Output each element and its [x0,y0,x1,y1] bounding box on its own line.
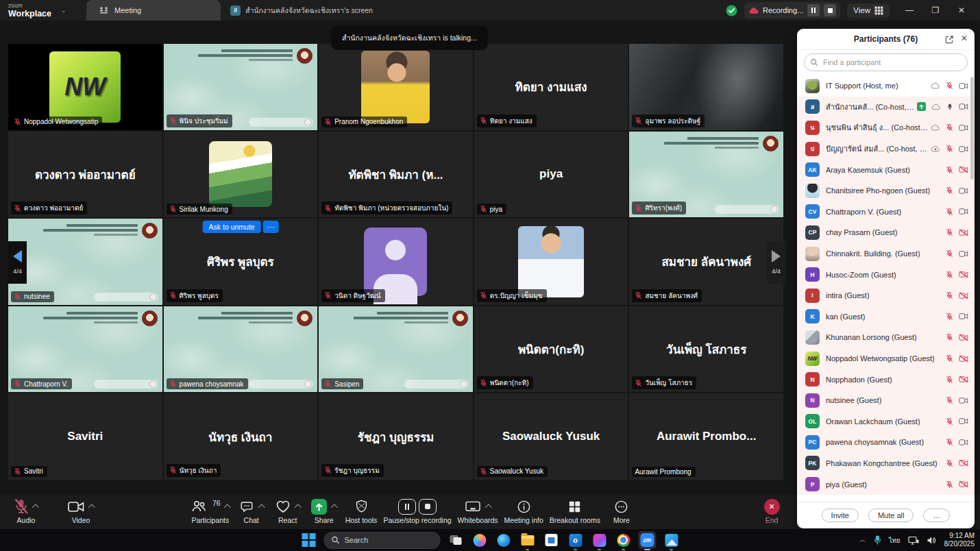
video-tile[interactable]: สมชาย ลัคนาพงศ์สมชาย ลัคนาพงศ์ [629,219,783,305]
participant-row[interactable]: Nnutsinee (Guest) [797,390,975,411]
mute-all-button[interactable]: Mute all [868,509,914,522]
video-tile[interactable]: NWNoppadol Wetwongsatip [8,44,162,130]
volume-icon[interactable] [927,536,937,545]
video-tile[interactable]: ทัตพิชา พิมภา (ห...ทัตพิชา พิมภา (หน่วยต… [319,132,473,218]
chevron-up-icon[interactable] [258,504,265,511]
video-tile[interactable]: ทิตยา งามแสงทิตยา งามแสง [474,44,628,130]
ask-to-unmute-button[interactable]: Ask to unmute [203,221,261,233]
participant-row[interactable]: Iintira (Guest) [797,285,975,306]
participant-row[interactable]: Kkan (Guest) [797,306,975,328]
pause-recording-button[interactable] [807,4,820,16]
search-input[interactable] [822,58,961,67]
meeting-info-button[interactable]: Meeting info [504,498,543,524]
chevron-up-icon[interactable] [295,504,302,511]
video-tile[interactable]: อุมาพร ลอประดิษฐ์ [629,44,783,130]
participant-row[interactable]: Chanitsiree Pho-ngoen (Guest) [797,180,975,201]
video-tile[interactable]: Saowaluck YusukSaowaluck Yusuk [474,393,628,480]
close-panel-icon[interactable]: ✕ [961,34,968,43]
participant-row[interactable]: Khunanan Lorsong (Guest) [797,327,975,348]
taskbar-app-outlook[interactable]: o [567,531,585,549]
video-tile[interactable]: Chattraporn V. [8,306,162,393]
participant-row[interactable]: NWNoppadol Wetwongsatip (Guest) [797,348,975,369]
taskbar-clock[interactable]: 9:12 AM 8/20/2025 [944,532,975,548]
pause-icon[interactable] [398,499,416,515]
video-tile[interactable]: พนิดตา(กะทิ)พนิดตา(กะทิ) [474,306,628,393]
video-tile[interactable]: วันเพ็ญ โสภาธรวันเพ็ญ โสภาธร [629,306,783,393]
chevron-up-icon[interactable] [88,504,95,511]
taskbar-app-store[interactable] [543,531,561,549]
next-page-button[interactable]: 4/4 [767,241,785,284]
pause-stop-recording-button[interactable]: Pause/stop recording [383,498,451,524]
participant-row[interactable]: ปปัญญารัตน์ สมส์... (Co-host, guest) [797,138,975,160]
video-tile[interactable]: pawena choysamnak [164,306,318,393]
participant-search[interactable] [804,53,968,71]
video-tile[interactable]: ดวงดาว พ่ออามาตย์ดวงดาว พ่ออามาตย์ [8,132,162,218]
participant-row[interactable]: Chinnakrit. Building. (Guest) [797,243,975,265]
participant-row[interactable]: Ppiya (Guest) [797,474,975,495]
chat-button[interactable]: Chat [236,498,267,524]
whiteboards-button[interactable]: Whiteboards [458,498,498,524]
security-shield-icon[interactable] [726,5,737,16]
participant-row[interactable]: HHusoc-Zoom (Guest) [797,264,975,285]
taskbar-app-zoom[interactable]: zm [639,531,657,549]
scrollbar[interactable] [970,77,974,180]
participant-row[interactable]: PCpawena choysamnak (Guest) [797,432,975,453]
participant-row[interactable]: IT Support (Host, me) [797,75,975,97]
participant-row[interactable]: OLOrawan Lackchaum (Guest) [797,411,975,432]
taskbar-app-photos[interactable] [663,531,681,549]
chevron-down-icon[interactable]: ⌄ [61,7,66,14]
unmute-more-button[interactable]: ⋯ [263,221,279,233]
tray-expand-icon[interactable]: ︿ [859,535,866,545]
share-button[interactable]: Share [309,498,339,524]
host-tools-button[interactable]: Host tools [345,498,378,524]
language-indicator[interactable]: ไทย [889,535,901,546]
network-icon[interactable] [908,536,919,545]
stop-recording-button[interactable] [824,4,836,16]
panel-more-button[interactable]: … [923,509,950,522]
participant-row[interactable]: CVChattraporn V. (Guest) [797,201,975,223]
participants-button[interactable]: 76Participants [191,498,230,524]
taskbar-app-msg[interactable] [591,531,609,549]
invite-button[interactable]: Invite [822,509,859,522]
video-tile[interactable]: พินิจ ประชุมริ่มม่ [164,44,318,130]
video-tile[interactable]: Pranom Ngoenbukhon [319,44,473,130]
video-tile[interactable]: นัทวุธ เงินถานัทวุธ เงินถา [164,393,318,480]
video-tile[interactable]: วนิดา ดิษฐวัฒน์ [319,219,473,305]
participant-row[interactable]: สสำนักงานคลั... (Co-host, guest) [797,97,975,118]
close-button[interactable]: ✕ [948,5,975,15]
audio-button[interactable]: Audio [11,498,41,524]
video-button[interactable]: Video [66,498,96,524]
tab-meeting[interactable]: Meeting [86,0,221,21]
tab-shared-screen[interactable]: ส สำนักงานคลังจังหวัดฉะเชิงเทรา's screen [221,0,382,21]
more-button[interactable]: More [607,498,637,524]
video-tile[interactable]: ศิริทรา(พงศ์) [629,132,783,218]
taskbar-app-chrome[interactable] [615,531,633,549]
participant-row[interactable]: NNopphadon (Guest) [797,369,975,390]
video-tile[interactable]: piyapiya [474,132,628,218]
chevron-up-icon[interactable] [224,504,231,511]
participants-list[interactable]: IT Support (Host, me)สสำนักงานคลั... (Co… [797,75,975,502]
participant-row[interactable]: AKAraya Kasemsuk (Guest) [797,159,975,180]
minimize-button[interactable]: — [896,5,922,15]
video-tile[interactable]: Sirilak Munkong [164,132,318,218]
stop-icon[interactable] [419,499,437,515]
previous-page-button[interactable]: 4/4 [8,241,27,284]
video-tile[interactable]: Aurawit Prombo...Aurawit Prombong [629,393,783,480]
start-button[interactable] [300,531,318,549]
chevron-up-icon[interactable] [32,504,39,511]
breakout-rooms-button[interactable]: Breakout rooms [550,498,600,524]
video-tile[interactable]: SavitriSavitri [8,393,162,480]
react-button[interactable]: React [273,498,303,524]
participant-row[interactable]: CPchay Prasarn (Guest) [797,222,975,243]
video-tile[interactable]: รัชฎา บุญธรรมรัชฎา บุญธรรม [319,393,473,480]
video-tile[interactable]: ศิริพร พูลบุตรAsk to unmute⋯ศิริพร พูลบุ… [164,219,318,305]
video-tile[interactable]: nutsinee [8,219,162,305]
taskbar-app-task-view[interactable] [447,531,465,549]
view-button[interactable]: View [847,3,890,18]
participant-row[interactable]: PKPhakawan Kongchantree (Guest) [797,453,975,474]
taskbar-app-copilot[interactable] [471,531,489,549]
participant-row[interactable]: นนุชนพิน คำสินธุ์ ง... (Co-host, guest) [797,117,975,138]
maximize-button[interactable]: ❐ [922,5,948,15]
end-button[interactable]: ✕End [757,498,787,524]
chevron-up-icon[interactable] [485,504,492,511]
